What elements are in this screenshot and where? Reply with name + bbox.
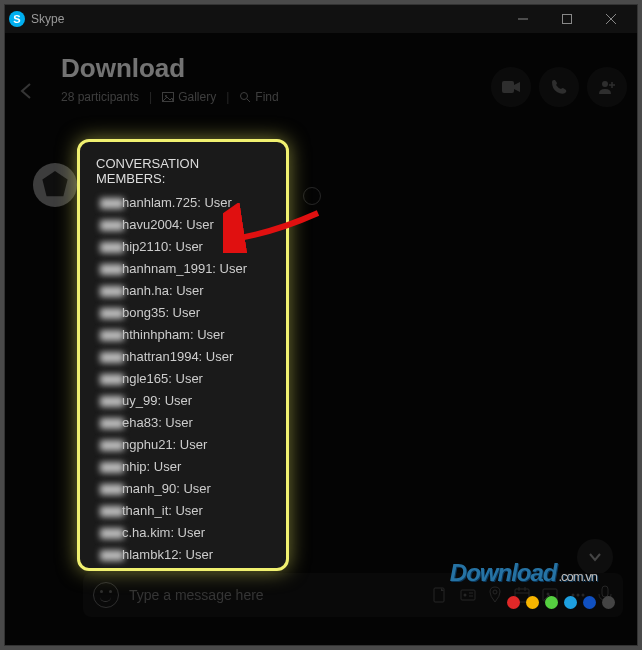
member-label: c.ha.kim: User [122,525,205,540]
color-dot [507,596,520,609]
audio-call-button[interactable] [539,67,579,107]
redacted-prefix [100,374,124,385]
member-label: havu2004: User [122,217,214,232]
find-link[interactable]: Find [239,90,278,104]
member-row: c.ha.kim: User [96,522,270,544]
member-row: uy_99: User [96,390,270,412]
member-label: uy_99: User [122,393,192,408]
member-label: thanh_it: User [122,503,203,518]
watermark-dots [507,596,615,609]
member-row: hthinhpham: User [96,324,270,346]
member-row: manh_90: User [96,478,270,500]
app-title: Skype [31,12,501,26]
video-call-button[interactable] [491,67,531,107]
redacted-prefix [100,242,124,253]
color-dot [602,596,615,609]
app-window: S Skype Download 28 participants | [4,4,638,646]
redacted-prefix [100,440,124,451]
svg-point-17 [493,590,497,594]
react-button[interactable] [303,187,321,205]
member-row: nhattran1994: User [96,346,270,368]
redacted-prefix [100,220,124,231]
maximize-button[interactable] [545,6,589,32]
color-dot [583,596,596,609]
svg-rect-8 [502,81,514,93]
location-button[interactable] [487,586,503,604]
chat-header: Download 28 participants | Gallery | Fin… [5,33,637,128]
member-label: nhattran1994: User [122,349,233,364]
card-icon [459,586,477,604]
member-label: hthinhpham: User [122,327,225,342]
member-row: bong35: User [96,302,270,324]
member-list: hanhlam.725: Userhavu2004: Userhip2110: … [96,192,270,566]
redacted-prefix [100,528,124,539]
member-row: ngphu21: User [96,434,270,456]
skype-logo-icon: S [9,11,25,27]
members-popup-title: CONVERSATION MEMBERS: [96,156,270,186]
file-icon [431,586,449,604]
member-label: hip2110: User [122,239,203,254]
members-popup: CONVERSATION MEMBERS: hanhlam.725: Userh… [77,139,289,571]
member-label: bong35: User [122,305,200,320]
svg-point-14 [464,594,467,597]
search-icon [239,91,251,103]
member-row: nhip: User [96,456,270,478]
svg-rect-13 [461,590,475,600]
header-actions [491,67,627,107]
member-label: hanh.ha: User [122,283,204,298]
redacted-prefix [100,550,124,561]
message-input[interactable] [129,587,421,603]
member-row: havu2004: User [96,214,270,236]
participants-count[interactable]: 28 participants [61,90,139,104]
member-label: hlambk12: User [122,547,213,562]
member-row: ngle165: User [96,368,270,390]
member-row: thanh_it: User [96,500,270,522]
redacted-prefix [100,198,124,209]
member-row: eha83: User [96,412,270,434]
close-button[interactable] [589,6,633,32]
redacted-prefix [100,462,124,473]
watermark-logo: Download.com.vn [450,559,597,587]
redacted-prefix [100,286,124,297]
color-dot [564,596,577,609]
add-people-button[interactable] [587,67,627,107]
window-controls [501,6,633,32]
minimize-button[interactable] [501,6,545,32]
redacted-prefix [100,506,124,517]
member-row: hanhnam_1991: User [96,258,270,280]
redacted-prefix [100,484,124,495]
svg-point-6 [241,93,248,100]
redacted-prefix [100,264,124,275]
attach-file-button[interactable] [431,586,449,604]
member-label: manh_90: User [122,481,211,496]
member-row: hlambk12: User [96,544,270,566]
titlebar: S Skype [5,5,637,33]
pin-icon [487,586,503,604]
emoji-button[interactable] [93,582,119,608]
svg-point-9 [602,81,608,87]
redacted-prefix [100,330,124,341]
svg-line-7 [247,99,250,102]
member-label: eha83: User [122,415,193,430]
member-label: hanhlam.725: User [122,195,232,210]
video-icon [502,81,520,93]
member-row: hanh.ha: User [96,280,270,302]
back-button[interactable] [17,81,37,105]
sender-avatar[interactable] [33,163,77,207]
contact-card-button[interactable] [459,586,477,604]
member-label: ngle165: User [122,371,203,386]
redacted-prefix [100,418,124,429]
color-dot [545,596,558,609]
gallery-icon [162,92,174,102]
add-person-icon [598,79,616,95]
member-row: hip2110: User [96,236,270,258]
member-label: nhip: User [122,459,181,474]
gallery-link[interactable]: Gallery [162,90,216,104]
redacted-prefix [100,352,124,363]
phone-icon [551,79,567,95]
redacted-prefix [100,396,124,407]
color-dot [526,596,539,609]
member-label: hanhnam_1991: User [122,261,247,276]
member-label: ngphu21: User [122,437,207,452]
svg-rect-1 [563,15,572,24]
